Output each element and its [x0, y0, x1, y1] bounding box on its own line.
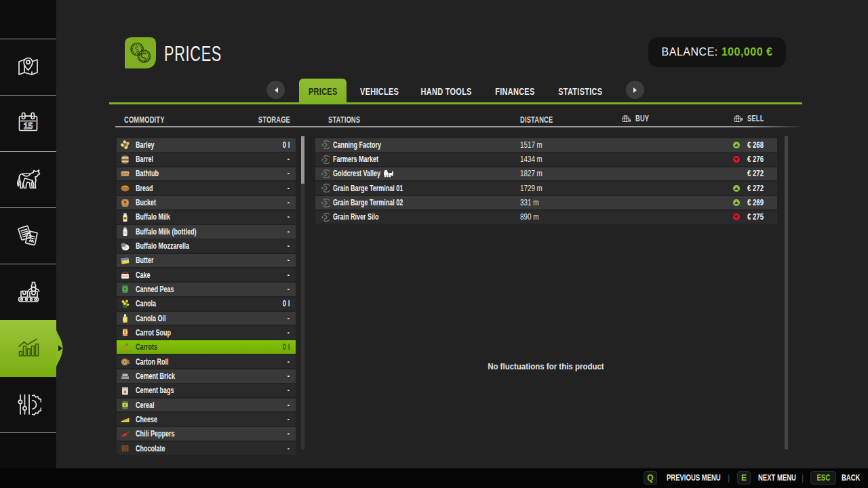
svg-text:15: 15	[24, 121, 33, 131]
